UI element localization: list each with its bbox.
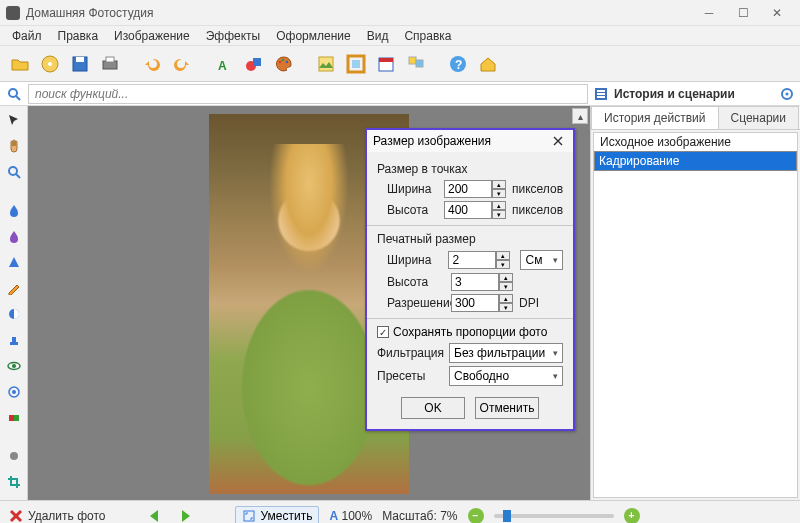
- keep-aspect-checkbox[interactable]: ✓ Сохранять пропорции фото: [377, 325, 563, 339]
- ok-button[interactable]: OK: [401, 397, 465, 419]
- cancel-button[interactable]: Отменить: [475, 397, 539, 419]
- window-title: Домашняя Фотостудия: [26, 6, 692, 20]
- target-tool-icon[interactable]: [4, 382, 24, 402]
- open-icon[interactable]: [6, 50, 34, 78]
- spin-up-icon[interactable]: ▴: [499, 294, 513, 303]
- unit-select[interactable]: См▾: [520, 250, 563, 270]
- undo-icon[interactable]: [138, 50, 166, 78]
- brush-tool-icon[interactable]: [4, 446, 24, 466]
- filter-select[interactable]: Без фильтрации▾: [449, 343, 563, 363]
- spin-down-icon[interactable]: ▾: [492, 189, 506, 198]
- scale-readout: Масштаб: 7%: [382, 509, 457, 523]
- red-green-tool-icon[interactable]: [4, 408, 24, 428]
- print-height-field[interactable]: [451, 273, 499, 291]
- prev-photo-button[interactable]: [145, 506, 165, 524]
- shape-tool-icon[interactable]: [4, 252, 24, 272]
- text-icon[interactable]: A: [210, 50, 238, 78]
- calendar-icon[interactable]: [372, 50, 400, 78]
- group-pixels-label: Размер в точках: [377, 162, 563, 176]
- close-button[interactable]: ✕: [760, 2, 794, 24]
- menu-view[interactable]: Вид: [359, 27, 397, 45]
- history-item[interactable]: Исходное изображение: [594, 133, 797, 151]
- scroll-up-icon[interactable]: ▴: [572, 108, 588, 124]
- pencil-tool-icon[interactable]: [4, 278, 24, 298]
- zoom-slider-thumb[interactable]: [503, 510, 511, 522]
- svg-rect-26: [597, 96, 605, 98]
- drop-purple-icon[interactable]: [4, 226, 24, 246]
- minimize-button[interactable]: ─: [692, 2, 726, 24]
- svg-rect-43: [244, 511, 254, 521]
- fit-button[interactable]: Уместить: [235, 506, 319, 524]
- svg-rect-38: [9, 415, 14, 421]
- maximize-button[interactable]: ☐: [726, 2, 760, 24]
- frame-icon[interactable]: [342, 50, 370, 78]
- save-icon[interactable]: [66, 50, 94, 78]
- help-icon[interactable]: ?: [444, 50, 472, 78]
- history-item[interactable]: Кадрирование: [594, 151, 797, 171]
- dpi-unit-label: DPI: [519, 296, 539, 310]
- svg-point-21: [9, 89, 17, 97]
- zoom-100-button[interactable]: A 100%: [329, 509, 372, 523]
- stamp-tool-icon[interactable]: [4, 330, 24, 350]
- svg-rect-14: [352, 60, 360, 68]
- tab-history[interactable]: История действий: [591, 106, 719, 129]
- svg-rect-8: [253, 58, 261, 66]
- collage-icon[interactable]: [402, 50, 430, 78]
- spin-up-icon[interactable]: ▴: [492, 201, 506, 210]
- tab-scenarios[interactable]: Сценарии: [718, 106, 799, 129]
- resolution-label: Разрешение: [387, 296, 445, 310]
- zoom-tool-icon[interactable]: [4, 162, 24, 182]
- menu-edit[interactable]: Правка: [50, 27, 107, 45]
- menu-help[interactable]: Справка: [396, 27, 459, 45]
- drop-blue-icon[interactable]: [4, 200, 24, 220]
- left-toolbar: [0, 106, 28, 500]
- menu-decoration[interactable]: Оформление: [268, 27, 358, 45]
- zoom-out-button[interactable]: −: [468, 508, 484, 524]
- main-toolbar: A ?: [0, 46, 800, 82]
- panel-title: История и сценарии: [614, 87, 774, 101]
- spin-down-icon[interactable]: ▾: [499, 303, 513, 312]
- spin-up-icon[interactable]: ▴: [499, 273, 513, 282]
- menubar: Файл Правка Изображение Эффекты Оформлен…: [0, 26, 800, 46]
- print-width-field[interactable]: [448, 251, 496, 269]
- spin-down-icon[interactable]: ▾: [492, 210, 506, 219]
- svg-point-1: [48, 62, 52, 66]
- gear-icon[interactable]: [780, 87, 794, 101]
- svg-rect-39: [14, 415, 19, 421]
- zoom-slider[interactable]: [494, 514, 614, 518]
- pointer-tool-icon[interactable]: [4, 110, 24, 130]
- spin-down-icon[interactable]: ▾: [499, 282, 513, 291]
- crop-tool-icon[interactable]: [4, 472, 24, 492]
- home-icon[interactable]: [474, 50, 502, 78]
- delete-photo-button[interactable]: Удалить фото: [8, 508, 105, 524]
- dialog-title: Размер изображения: [373, 134, 549, 148]
- px-height-field[interactable]: [444, 201, 492, 219]
- search-input[interactable]: [28, 84, 588, 104]
- menu-file[interactable]: Файл: [4, 27, 50, 45]
- svg-point-9: [279, 60, 281, 62]
- redo-icon[interactable]: [168, 50, 196, 78]
- hand-tool-icon[interactable]: [4, 136, 24, 156]
- menu-effects[interactable]: Эффекты: [198, 27, 269, 45]
- print-icon[interactable]: [96, 50, 124, 78]
- menu-image[interactable]: Изображение: [106, 27, 198, 45]
- svg-point-10: [282, 58, 284, 60]
- palette-icon[interactable]: [270, 50, 298, 78]
- contrast-tool-icon[interactable]: [4, 304, 24, 324]
- px-width-label: Ширина: [387, 182, 438, 196]
- zoom-in-button[interactable]: +: [624, 508, 640, 524]
- next-photo-button[interactable]: [175, 506, 195, 524]
- px-width-field[interactable]: [444, 180, 492, 198]
- svg-line-30: [16, 174, 20, 178]
- spin-up-icon[interactable]: ▴: [492, 180, 506, 189]
- spin-up-icon[interactable]: ▴: [496, 251, 510, 260]
- preset-select[interactable]: Свободно▾: [449, 366, 563, 386]
- resolution-field[interactable]: [451, 294, 499, 312]
- history-panel: История действий Сценарии Исходное изобр…: [590, 106, 800, 500]
- shapes-icon[interactable]: [240, 50, 268, 78]
- cd-icon[interactable]: [36, 50, 64, 78]
- eye-tool-icon[interactable]: [4, 356, 24, 376]
- dialog-close-button[interactable]: [549, 132, 567, 150]
- image-effect-icon[interactable]: [312, 50, 340, 78]
- spin-down-icon[interactable]: ▾: [496, 260, 510, 269]
